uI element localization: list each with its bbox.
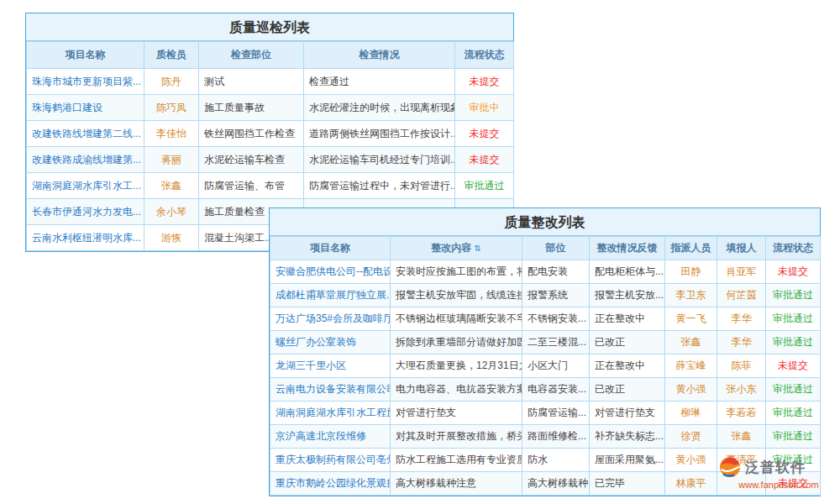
- content-cell: 安装时应按施工图的布置，将...: [391, 260, 522, 284]
- feedback-cell: 报警主机安放...: [590, 284, 665, 307]
- status-cell: 审批通过: [766, 331, 821, 354]
- column-label: 整改情况反馈: [597, 242, 658, 254]
- status-cell: 未提交: [455, 147, 514, 173]
- inspector-cell: 李佳怡: [144, 121, 199, 147]
- part-cell: 水泥砼运输车检查: [199, 147, 304, 173]
- table-row[interactable]: 湖南洞庭湖水库引水工程施工...对管进行垫支防腐管运输...对管进行垫支柳琳李若…: [270, 402, 821, 425]
- sort-icon[interactable]: ⇅: [474, 244, 480, 253]
- inspector-cell: 张鑫: [144, 173, 199, 199]
- reporter-cell: 肖亚军: [717, 260, 766, 284]
- column-header-feedback: 整改情况反馈: [590, 237, 665, 260]
- table-row[interactable]: 改建铁路线增建第二线...李佳怡铁丝网围挡工作检查道路两侧铁丝网围挡工作按设计.…: [27, 121, 514, 147]
- project-cell[interactable]: 云南电力设备安装有限公司20...: [270, 378, 391, 402]
- table-row[interactable]: 螺丝厂办公室装饰拆除到承重墙部分请做好加固...二至三楼混...已改正张鑫李华审…: [270, 331, 821, 354]
- part-cell: 电容器安装...: [522, 378, 590, 402]
- situation-cell: 防腐管运输过程中，未对管进行...: [304, 173, 455, 199]
- column-label: 部位: [546, 242, 566, 254]
- project-cell[interactable]: 改建铁路线增建第二线...: [27, 121, 144, 147]
- column-header-project: 项目名称: [270, 237, 391, 260]
- project-cell[interactable]: 珠海鹤港口建设: [27, 95, 144, 121]
- brand-url[interactable]: www.fanpusoft.com: [719, 480, 838, 490]
- table-row[interactable]: 珠海市城市更新项目紫...陈丹测试检查通过未提交: [27, 69, 514, 95]
- quality-rectification-card: 质量整改列表 项目名称整改内容⇅部位整改情况反馈指派人员填报人流程状态 安徽合肥…: [269, 207, 821, 496]
- project-cell[interactable]: 成都杜甫草堂展厅独立展...: [270, 284, 391, 307]
- part-cell: 报警系统: [522, 284, 590, 307]
- table-row[interactable]: 改建铁路成渝线增建第...蒋丽水泥砼运输车检查水泥砼运输车司机经过专门培训...…: [27, 147, 514, 173]
- reporter-cell: 李华: [717, 331, 766, 354]
- assignee-cell: 黄一飞: [665, 307, 717, 331]
- header-row: 项目名称质检员检查部位检查情况流程状态: [27, 42, 514, 69]
- assignee-cell: 林康平: [665, 472, 717, 496]
- table-row[interactable]: 万达广场35#会所及咖啡厅空...不锈钢边框玻璃隔断安装不牢...不锈钢安装..…: [270, 307, 821, 331]
- column-label: 检查部位: [231, 49, 271, 60]
- feedback-cell: 正在整改中: [590, 307, 665, 331]
- column-header-status: 流程状态: [455, 42, 514, 69]
- assignee-cell: 张鑫: [665, 331, 717, 354]
- table-row[interactable]: 成都杜甫草堂展厅独立展...报警主机安放牢固，线缆连接...报警系统报警主机安放…: [270, 284, 821, 307]
- inspection-list-title: 质量巡检列表: [26, 13, 513, 41]
- part-cell: 铁丝网围挡工作检查: [199, 121, 304, 147]
- table-row[interactable]: 京沪高速北京段维修对其及时开展整改措施，桥头...路面维修检...补齐缺失标志.…: [270, 425, 821, 449]
- inspector-cell: 陈巧凤: [144, 95, 199, 121]
- content-cell: 拆除到承重墙部分请做好加固...: [391, 331, 522, 354]
- project-cell[interactable]: 湖南洞庭湖水库引水工程施工...: [270, 402, 391, 425]
- project-cell[interactable]: 重庆太极制药有限公司亳州中...: [270, 449, 391, 472]
- column-label: 填报人: [727, 242, 757, 254]
- project-cell[interactable]: 云南水利枢纽潜明水库...: [27, 225, 144, 251]
- project-cell[interactable]: 万达广场35#会所及咖啡厅空...: [270, 307, 391, 331]
- table-row[interactable]: 珠海鹤港口建设陈巧凤施工质量事故水泥砼灌注的时候，出现离析现象审批中: [27, 95, 514, 121]
- column-header-part: 检查部位: [199, 42, 304, 69]
- part-cell: 路面维修检...: [522, 425, 590, 449]
- feedback-cell: 正在整改中: [590, 354, 665, 378]
- status-cell: 未提交: [455, 69, 514, 95]
- table-row[interactable]: 龙湖三千里小区大理石质量更换，12月31日之...小区大门正在整改中薛宝峰陈菲未…: [270, 354, 821, 378]
- feedback-cell: 配电柜柜体与...: [590, 260, 665, 284]
- column-header-content[interactable]: 整改内容⇅: [391, 237, 522, 260]
- project-cell[interactable]: 螺丝厂办公室装饰: [270, 331, 391, 354]
- project-cell[interactable]: 龙湖三千里小区: [270, 354, 391, 378]
- content-cell: 对其及时开展整改措施，桥头...: [391, 425, 522, 449]
- feedback-cell: 已改正: [590, 331, 665, 354]
- project-cell[interactable]: 珠海市城市更新项目紫...: [27, 69, 144, 95]
- part-cell: 高大树移栽种: [522, 472, 590, 496]
- feedback-cell: 已改正: [590, 378, 665, 402]
- content-cell: 大理石质量更换，12月31日之...: [391, 354, 522, 378]
- column-label: 指派人员: [671, 242, 711, 254]
- project-cell[interactable]: 湖南洞庭湖水库引水工...: [27, 173, 144, 199]
- column-header-part: 部位: [522, 237, 590, 260]
- part-cell: 小区大门: [522, 354, 590, 378]
- status-cell: 审批中: [455, 95, 514, 121]
- feedback-cell: 屋面采用聚氨...: [590, 449, 665, 472]
- column-label: 流程状态: [465, 49, 505, 60]
- rectification-table-head: 项目名称整改内容⇅部位整改情况反馈指派人员填报人流程状态: [270, 237, 821, 260]
- fanpu-logo[interactable]: 泛普软件 www.fanpusoft.com: [719, 456, 838, 490]
- project-cell[interactable]: 安徽合肥供电公司--配电设备...: [270, 260, 391, 284]
- column-label: 流程状态: [773, 242, 813, 254]
- project-cell[interactable]: 重庆市鹅岭公园绿化景观提升...: [270, 472, 391, 496]
- assignee-cell: 徐贤: [665, 425, 717, 449]
- reporter-cell: 李华: [717, 307, 766, 331]
- content-cell: 不锈钢边框玻璃隔断安装不牢...: [391, 307, 522, 331]
- assignee-cell: 田静: [665, 260, 717, 284]
- feedback-cell: 补齐缺失标志...: [590, 425, 665, 449]
- assignee-cell: 薛宝峰: [665, 354, 717, 378]
- inspector-cell: 游恢: [144, 225, 199, 251]
- project-cell[interactable]: 京沪高速北京段维修: [270, 425, 391, 449]
- status-cell: 审批通过: [766, 307, 821, 331]
- inspector-cell: 陈丹: [144, 69, 199, 95]
- content-cell: 对管进行垫支: [391, 402, 522, 425]
- brand-name: 泛普软件: [745, 458, 806, 477]
- table-row[interactable]: 云南电力设备安装有限公司20...电力电容器、电抗器安装方案,...电容器安装.…: [270, 378, 821, 402]
- reporter-cell: 张小东: [717, 378, 766, 402]
- table-row[interactable]: 安徽合肥供电公司--配电设备...安装时应按施工图的布置，将...配电安装配电柜…: [270, 260, 821, 284]
- column-header-situation: 检查情况: [304, 42, 455, 69]
- reporter-cell: 陈菲: [717, 354, 766, 378]
- table-row[interactable]: 湖南洞庭湖水库引水工...张鑫防腐管运输、布管防腐管运输过程中，未对管进行...…: [27, 173, 514, 199]
- part-cell: 防腐管运输、布管: [199, 173, 304, 199]
- column-label: 检查情况: [360, 49, 400, 60]
- content-cell: 电力电容器、电抗器安装方案,...: [391, 378, 522, 402]
- project-cell[interactable]: 改建铁路成渝线增建第...: [27, 147, 144, 173]
- column-label: 项目名称: [310, 242, 350, 254]
- project-cell[interactable]: 长春市伊通河水力发电...: [27, 199, 144, 225]
- status-cell: 审批通过: [766, 425, 821, 449]
